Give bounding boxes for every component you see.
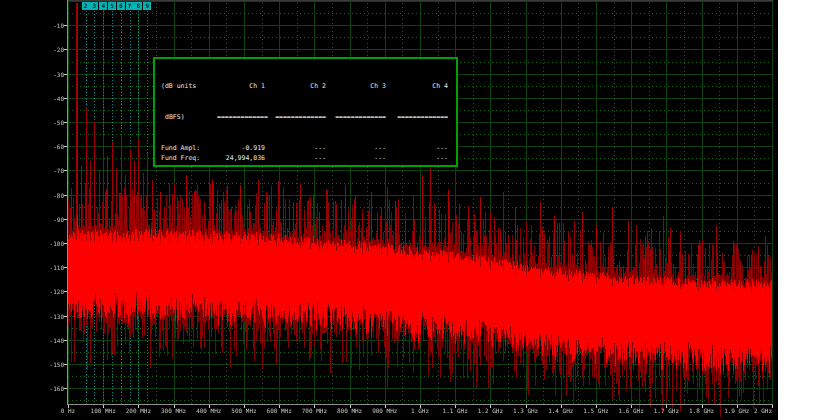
ch2-value: --- <box>265 153 326 163</box>
x-tick-label: 300 MHz <box>154 407 194 414</box>
y-tick-label: -90 <box>38 216 64 223</box>
ch4-value: --- <box>386 153 448 163</box>
ch3-value: --- <box>326 143 386 153</box>
row-label: Fund Ampl: <box>161 143 217 153</box>
harmonic-marker-6[interactable]: 6 <box>117 2 125 10</box>
y-tick-label: -100 <box>38 240 64 247</box>
x-tick-label: 1.2 GHz <box>470 407 510 414</box>
x-tick-label: 900 MHz <box>365 407 405 414</box>
ch3-value: --- <box>326 163 386 167</box>
x-tick-label: 100 MHz <box>83 407 123 414</box>
y-tick-label: -150 <box>38 361 64 368</box>
x-tick-label: 800 MHz <box>330 407 370 414</box>
y-tick-label: -110 <box>38 264 64 271</box>
ch2-value: --- <box>265 163 326 167</box>
table-row: SNR:55.195--------- <box>161 163 452 167</box>
table-row: Fund Ampl:-0.919--------- <box>161 143 452 153</box>
ch1-value: 55.195 <box>217 163 265 167</box>
measurement-table: (dB units Ch 1 Ch 2 Ch 3 Ch 4 dBFS) ====… <box>153 57 458 167</box>
harmonic-marker-2[interactable]: 2 <box>82 2 90 10</box>
separator: ============= <box>217 112 265 122</box>
plot-background: -10-20-30-40-50-60-70-80-90-100-110-120-… <box>0 0 778 420</box>
x-tick-label: 1.1 GHz <box>435 407 475 414</box>
y-tick-label: -70 <box>38 167 64 174</box>
y-tick-label: -40 <box>38 95 64 102</box>
harmonic-marker-5[interactable]: 5 <box>108 2 116 10</box>
x-tick-label: 1.5 GHz <box>576 407 616 414</box>
harmonic-marker-4[interactable]: 4 <box>99 2 107 10</box>
x-tick-label: 400 MHz <box>189 407 229 414</box>
y-tick-label: -20 <box>38 46 64 53</box>
x-tick-label: 0 Hz <box>48 407 88 414</box>
channel-4-header: Ch 4 <box>386 81 448 91</box>
x-tick-label: 2 GHz <box>736 407 772 414</box>
harmonic-marker-3[interactable]: 3 <box>90 2 98 10</box>
harmonic-marker-8[interactable]: 8 <box>134 2 142 10</box>
channel-3-header: Ch 3 <box>326 81 386 91</box>
x-tick-label: 1.7 GHz <box>646 407 686 414</box>
units-label-line2: dBFS) <box>161 112 217 122</box>
channel-1-header: Ch 1 <box>217 81 265 91</box>
harmonic-marker-9[interactable]: 9 <box>143 2 151 10</box>
row-label: Fund Freq: <box>161 153 217 163</box>
table-header-row: (dB units Ch 1 Ch 2 Ch 3 Ch 4 <box>161 81 452 91</box>
x-tick-label: 500 MHz <box>224 407 264 414</box>
x-tick-label: 600 MHz <box>259 407 299 414</box>
y-tick-label: -60 <box>38 143 64 150</box>
ch2-value: --- <box>265 143 326 153</box>
ch3-value: --- <box>326 153 386 163</box>
y-tick-label: -160 <box>38 385 64 392</box>
fft-analyzer-window: -10-20-30-40-50-60-70-80-90-100-110-120-… <box>0 0 840 420</box>
x-tick-label: 1 GHz <box>400 407 440 414</box>
row-label: SNR: <box>161 163 217 167</box>
separator: ============= <box>326 112 386 122</box>
separator: ============= <box>386 112 448 122</box>
y-tick-label: -120 <box>38 288 64 295</box>
channel-2-header: Ch 2 <box>265 81 326 91</box>
y-tick-label: -140 <box>38 337 64 344</box>
x-tick-label: 200 MHz <box>118 407 158 414</box>
y-tick-label: -10 <box>38 22 64 29</box>
y-tick-label: -130 <box>38 313 64 320</box>
units-label-line1: (dB units <box>161 81 217 91</box>
ch4-value: --- <box>386 163 448 167</box>
ch4-value: --- <box>386 143 448 153</box>
y-tick-label: -80 <box>38 192 64 199</box>
measurement-table-body: Fund Ampl:-0.919---------Fund Freq:24,99… <box>161 143 452 167</box>
x-tick-label: 1.6 GHz <box>611 407 651 414</box>
separator: ============= <box>265 112 326 122</box>
harmonic-marker-7[interactable]: 7 <box>126 2 134 10</box>
y-tick-label: -30 <box>38 71 64 78</box>
table-row: Fund Freq:24,994,036--------- <box>161 153 452 163</box>
y-tick-label: -50 <box>38 119 64 126</box>
ch1-value: -0.919 <box>217 143 265 153</box>
x-tick-label: 1.3 GHz <box>506 407 546 414</box>
x-tick-label: 1.4 GHz <box>541 407 581 414</box>
ch1-value: 24,994,036 <box>217 153 265 163</box>
x-tick-label: 1.8 GHz <box>682 407 722 414</box>
x-tick-label: 700 MHz <box>294 407 334 414</box>
table-separator-row: dBFS) ============= ============= ======… <box>161 112 452 122</box>
